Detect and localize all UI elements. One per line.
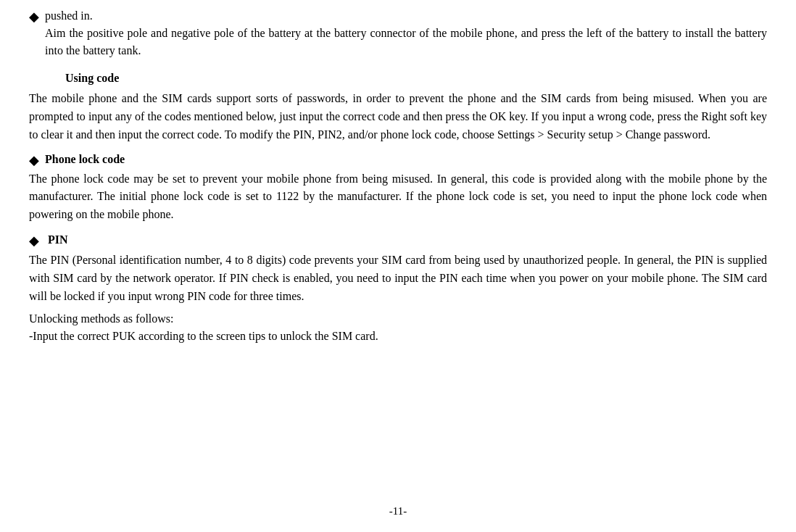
using-code-section: Using code The mobile phone and the SIM … bbox=[29, 70, 767, 144]
phone-lock-body: The phone lock code may be set to preven… bbox=[29, 170, 767, 224]
content-area: ◆ pushed in. Aim the positive pole and n… bbox=[29, 7, 767, 498]
diamond-icon-3: ◆ bbox=[29, 232, 39, 250]
pin-section: ◆ PIN The PIN (Personal identification n… bbox=[29, 231, 767, 306]
pushed-in-text: pushed in. bbox=[45, 9, 93, 22]
phone-lock-header: ◆ Phone lock code bbox=[29, 151, 767, 170]
input-method-text: -Input the correct PUK according to the … bbox=[29, 328, 767, 346]
page-number: -11- bbox=[29, 505, 767, 518]
aim-text: Aim the positive pole and negative pole … bbox=[45, 27, 767, 57]
diamond-icon-1: ◆ bbox=[29, 8, 39, 26]
page-container: ◆ pushed in. Aim the positive pole and n… bbox=[0, 0, 796, 532]
phone-lock-section: ◆ Phone lock code The phone lock code ma… bbox=[29, 151, 767, 224]
using-code-body: The mobile phone and the SIM cards suppo… bbox=[29, 90, 767, 144]
battery-bullet-text: pushed in. Aim the positive pole and neg… bbox=[45, 7, 767, 59]
diamond-icon-2: ◆ bbox=[29, 151, 39, 170]
pin-header: ◆ PIN bbox=[29, 231, 767, 250]
phone-lock-title: Phone lock code bbox=[45, 151, 125, 168]
battery-bullet-item: ◆ pushed in. Aim the positive pole and n… bbox=[29, 7, 767, 59]
using-code-title: Using code bbox=[29, 70, 767, 87]
pin-body: The PIN (Personal identification number,… bbox=[29, 252, 767, 305]
pin-title: PIN bbox=[45, 231, 68, 249]
unlocking-methods: Unlocking methods as follows: bbox=[29, 310, 767, 328]
